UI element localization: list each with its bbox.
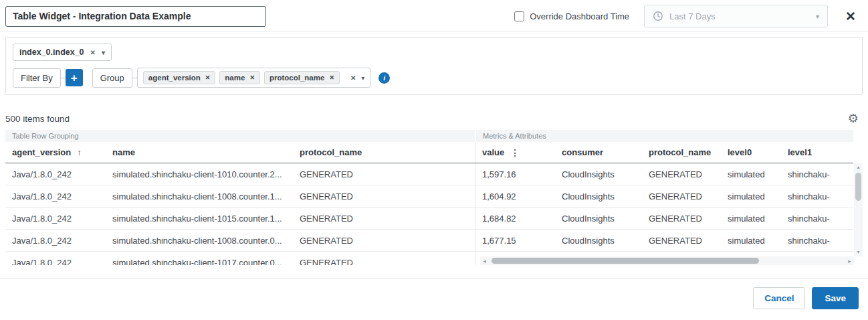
- horizontal-scroll-thumb[interactable]: [492, 258, 759, 264]
- column-label: agent_version: [12, 147, 71, 157]
- override-dashboard-time-checkbox[interactable]: [514, 11, 524, 21]
- cell: Java/1.8.0_242: [5, 163, 106, 185]
- cell: CloudInsights: [555, 185, 642, 207]
- group-chip-protocol-name[interactable]: protocol_name ✕: [264, 71, 340, 84]
- cell: shinchaku-: [781, 230, 853, 251]
- column-header-level0[interactable]: level0: [721, 142, 781, 163]
- column-header-name[interactable]: name: [106, 142, 293, 163]
- cell: shinchaku-: [781, 163, 853, 185]
- cell: GENERATED: [293, 163, 475, 185]
- items-found-count: 500 items found: [5, 114, 70, 124]
- table-row[interactable]: Java/1.8.0_242 simulated.shinchaku-clien…: [5, 230, 853, 252]
- cell: Java/1.8.0_242: [5, 185, 106, 207]
- query-panel: index_0.index_0 ✕ ▾ Filter By + Group ag…: [5, 37, 863, 95]
- cell: simulated.shinchaku-client-1008.counter.…: [106, 230, 293, 251]
- column-label: protocol_name: [649, 147, 711, 157]
- filter-by-button[interactable]: Filter By: [13, 68, 61, 88]
- group-button[interactable]: Group: [92, 68, 132, 88]
- table-row[interactable]: Java/1.8.0_242 simulated.shinchaku-clien…: [5, 163, 853, 185]
- override-dashboard-time-label: Override Dashboard Time: [530, 11, 629, 21]
- cell: shinchaku-: [781, 185, 853, 207]
- group-header-metrics-attributes: Metrics & Attributes: [476, 130, 853, 142]
- remove-icon[interactable]: ✕: [329, 74, 334, 81]
- cell: 1,604.92: [475, 185, 555, 207]
- clock-icon: [653, 11, 663, 21]
- column-label: level1: [788, 147, 812, 157]
- save-button[interactable]: Save: [812, 287, 859, 309]
- column-header-agent-version[interactable]: agent_version ↑: [5, 142, 106, 163]
- cell: simulated.shinchaku-client-1015.counter.…: [106, 208, 293, 229]
- dialog-header: Override Dashboard Time Last 7 Days ▾ ✕: [0, 0, 868, 31]
- group-by-field[interactable]: agent_version ✕ name ✕ protocol_name ✕ ✕…: [137, 68, 371, 88]
- cell: simulated.shinchaku-client-1010.counter.…: [106, 163, 293, 185]
- column-header-protocol-name-2[interactable]: protocol_name: [642, 142, 721, 163]
- remove-icon[interactable]: ✕: [205, 74, 211, 81]
- cancel-button[interactable]: Cancel: [753, 287, 805, 309]
- vertical-scroll-thumb[interactable]: [855, 173, 861, 201]
- column-header-value[interactable]: value ⋮: [475, 142, 555, 163]
- chip-label: protocol_name: [269, 74, 324, 82]
- cell: GENERATED: [642, 185, 721, 207]
- sort-ascending-icon[interactable]: ↑: [77, 147, 82, 157]
- column-label: consumer: [562, 147, 603, 157]
- dataset-label: index_0.index_0: [19, 48, 84, 57]
- chevron-down-icon: ▾: [816, 13, 819, 20]
- cell: simulated: [721, 230, 781, 251]
- remove-icon[interactable]: ✕: [249, 74, 255, 81]
- table-row[interactable]: Java/1.8.0_242 simulated.shinchaku-clien…: [5, 185, 853, 208]
- cell: 1,597.16: [475, 163, 555, 185]
- scroll-up-icon[interactable]: ▴: [857, 163, 859, 171]
- scroll-down-icon[interactable]: ▾: [857, 248, 859, 256]
- chevron-down-icon[interactable]: ▾: [361, 74, 364, 82]
- column-label: value: [482, 147, 504, 157]
- widget-title-input[interactable]: [5, 6, 266, 27]
- remove-icon[interactable]: ✕: [90, 49, 96, 56]
- info-icon[interactable]: i: [378, 72, 390, 84]
- cell: GENERATED: [642, 230, 721, 251]
- chevron-down-icon[interactable]: ▾: [102, 49, 105, 56]
- results-table: Table Row Grouping Metrics & Attributes …: [5, 130, 863, 265]
- dialog-footer: Cancel Save: [0, 279, 868, 309]
- cell: GENERATED: [642, 163, 721, 185]
- group-chip-agent-version[interactable]: agent_version ✕: [143, 71, 216, 84]
- cell: simulated: [721, 185, 781, 207]
- column-label: level0: [728, 147, 752, 157]
- header-divider: [0, 31, 868, 31]
- clear-all-icon[interactable]: ✕: [350, 74, 356, 82]
- gear-icon[interactable]: ⚙: [848, 112, 859, 125]
- cell: CloudInsights: [555, 208, 642, 229]
- column-label: protocol_name: [300, 147, 362, 157]
- cell: simulated.shinchaku-client-1008.counter.…: [106, 185, 293, 207]
- group-chip-name[interactable]: name ✕: [219, 71, 260, 84]
- horizontal-scrollbar[interactable]: ◂ ▸: [480, 256, 854, 265]
- time-range-value: Last 7 Days: [669, 11, 716, 21]
- table-row[interactable]: Java/1.8.0_242 simulated.shinchaku-clien…: [5, 208, 853, 230]
- close-icon[interactable]: ✕: [843, 9, 859, 24]
- column-menu-icon[interactable]: ⋮: [510, 147, 520, 158]
- connector-line: [132, 78, 137, 78]
- table-header-row: agent_version ↑ name protocol_name value…: [5, 142, 853, 163]
- cell: GENERATED: [293, 252, 475, 265]
- dataset-selector[interactable]: index_0.index_0 ✕ ▾: [13, 44, 112, 61]
- cell: 1,677.15: [475, 230, 555, 251]
- column-group-header: Table Row Grouping Metrics & Attributes: [5, 130, 853, 142]
- cell: GENERATED: [642, 208, 721, 229]
- column-header-protocol-name[interactable]: protocol_name: [293, 142, 475, 163]
- column-header-level1[interactable]: level1: [781, 142, 853, 163]
- cell: Java/1.8.0_242: [5, 208, 106, 229]
- scroll-right-icon[interactable]: ▸: [845, 258, 854, 264]
- add-filter-button[interactable]: +: [66, 69, 83, 86]
- connector-line: [61, 78, 66, 78]
- cell: GENERATED: [293, 208, 475, 229]
- column-header-consumer[interactable]: consumer: [555, 142, 642, 163]
- chip-label: name: [225, 74, 245, 82]
- scroll-left-icon[interactable]: ◂: [480, 258, 489, 264]
- cell: GENERATED: [293, 185, 475, 207]
- cell: simulated: [721, 163, 781, 185]
- vertical-scrollbar[interactable]: ▴ ▾: [854, 163, 863, 256]
- cell: shinchaku-: [781, 208, 853, 229]
- time-range-select[interactable]: Last 7 Days ▾: [644, 5, 828, 27]
- override-dashboard-time[interactable]: Override Dashboard Time: [514, 11, 629, 21]
- cell: simulated.shinchaku-client-1017.counter.…: [106, 252, 293, 265]
- table-body: Java/1.8.0_242 simulated.shinchaku-clien…: [5, 163, 853, 265]
